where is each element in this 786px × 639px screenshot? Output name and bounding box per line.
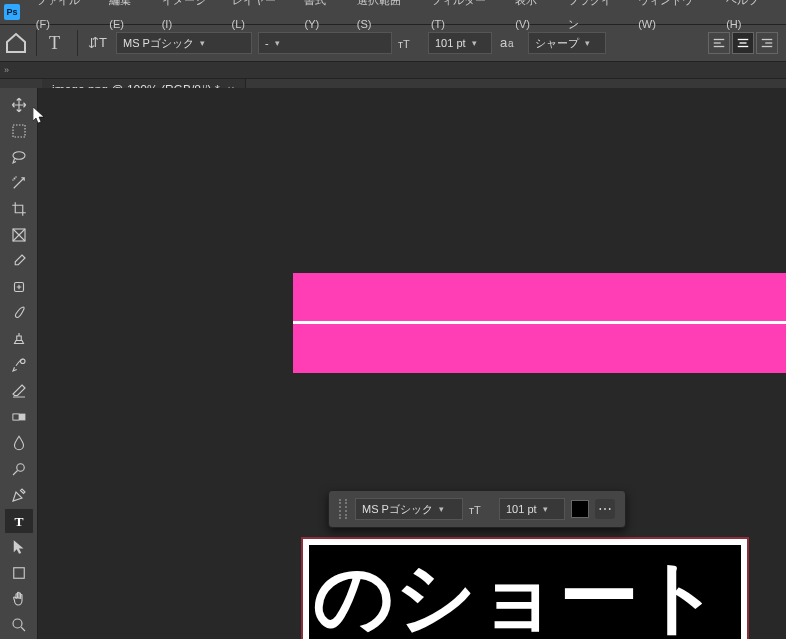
- svg-text:⇵T: ⇵T: [88, 35, 107, 50]
- pink-header-shape: [293, 273, 786, 373]
- svg-text:тT: тT: [469, 504, 481, 516]
- chevron-down-icon: ▾: [275, 38, 280, 48]
- svg-text:a: a: [500, 35, 508, 50]
- drag-handle-icon[interactable]: [339, 499, 347, 519]
- antialias-dropdown[interactable]: シャープ ▾: [528, 32, 606, 54]
- chevron-down-icon: ▾: [543, 504, 548, 514]
- magic-wand-tool[interactable]: [4, 170, 34, 196]
- panel-expand-handle[interactable]: »: [0, 62, 786, 79]
- path-selection-tool[interactable]: [4, 534, 34, 560]
- canvas-area[interactable]: のショート: [38, 88, 786, 639]
- lasso-tool[interactable]: [4, 144, 34, 170]
- marquee-tool[interactable]: [4, 118, 34, 144]
- svg-rect-20: [13, 414, 19, 420]
- shape-tool[interactable]: [4, 560, 34, 586]
- menu-window[interactable]: ウィンドウ(W): [630, 0, 718, 36]
- history-brush-tool[interactable]: [4, 352, 34, 378]
- align-left-button[interactable]: [708, 32, 730, 54]
- eraser-tool[interactable]: [4, 378, 34, 404]
- svg-point-24: [13, 619, 22, 628]
- healing-brush-tool[interactable]: [4, 274, 34, 300]
- menu-layer[interactable]: レイヤー(L): [224, 0, 297, 36]
- menu-help[interactable]: ヘルプ(H): [718, 0, 782, 36]
- zoom-tool[interactable]: [4, 612, 34, 638]
- font-size-value: 101 pt: [435, 37, 466, 49]
- text-align-group: [708, 32, 778, 54]
- font-size-dropdown[interactable]: 101 pt ▾: [428, 32, 492, 54]
- more-options-icon[interactable]: ⋯: [595, 499, 615, 519]
- menubar: Ps ファイル(F) 編集(E) イメージ(I) レイヤー(L) 書式(Y) 選…: [0, 0, 786, 24]
- text-orientation-icon[interactable]: ⇵T: [86, 31, 110, 55]
- svg-text:T: T: [49, 33, 60, 53]
- font-family-value: MS Pゴシック: [123, 36, 194, 51]
- text-color-swatch[interactable]: [571, 500, 589, 518]
- eyedropper-tool[interactable]: [4, 248, 34, 274]
- gradient-tool[interactable]: [4, 404, 34, 430]
- frame-tool[interactable]: [4, 222, 34, 248]
- text-selection-box[interactable]: のショート: [301, 537, 749, 639]
- float-font-family-value: MS Pゴシック: [362, 502, 433, 517]
- white-line: [293, 321, 786, 324]
- svg-text:тT: тT: [398, 38, 410, 50]
- svg-text:a: a: [508, 38, 514, 49]
- float-font-size-dropdown[interactable]: 101 pt ▾: [499, 498, 565, 520]
- menu-filter[interactable]: フィルター(T): [423, 0, 507, 36]
- float-font-family-dropdown[interactable]: MS Pゴシック ▾: [355, 498, 463, 520]
- move-tool[interactable]: [4, 92, 34, 118]
- app-icon[interactable]: Ps: [4, 4, 20, 20]
- text-tool-icon[interactable]: T: [45, 31, 69, 55]
- svg-text:T: T: [14, 514, 23, 529]
- toolbox: T: [0, 88, 38, 639]
- chevron-down-icon: ▾: [439, 504, 444, 514]
- pen-tool[interactable]: [4, 482, 34, 508]
- blur-tool[interactable]: [4, 430, 34, 456]
- document-canvas[interactable]: のショート: [293, 273, 786, 373]
- type-tool[interactable]: T: [4, 508, 34, 534]
- svg-rect-23: [13, 568, 24, 579]
- menu-plugins[interactable]: プラグイン: [560, 0, 630, 36]
- divider: [77, 30, 78, 56]
- antialias-icon: aa: [498, 31, 522, 55]
- antialias-value: シャープ: [535, 36, 579, 51]
- float-font-size-icon: тT: [469, 497, 493, 521]
- clone-stamp-tool[interactable]: [4, 326, 34, 352]
- hand-tool[interactable]: [4, 586, 34, 612]
- divider: [36, 30, 37, 56]
- align-right-button[interactable]: [756, 32, 778, 54]
- font-style-value: -: [265, 37, 269, 49]
- float-font-size-value: 101 pt: [506, 503, 537, 515]
- home-icon[interactable]: [4, 31, 28, 55]
- svg-point-21: [16, 464, 24, 472]
- chevron-down-icon: ▾: [585, 38, 590, 48]
- floating-text-options[interactable]: MS Pゴシック ▾ тT 101 pt ▾ ⋯: [328, 490, 626, 528]
- align-center-button[interactable]: [732, 32, 754, 54]
- crop-tool[interactable]: [4, 196, 34, 222]
- selected-text[interactable]: のショート: [309, 545, 741, 639]
- brush-tool[interactable]: [4, 300, 34, 326]
- menu-image[interactable]: イメージ(I): [154, 0, 224, 36]
- menu-type[interactable]: 書式(Y): [296, 0, 348, 36]
- svg-rect-14: [13, 125, 25, 137]
- font-style-dropdown[interactable]: - ▾: [258, 32, 392, 54]
- chevron-down-icon: ▾: [200, 38, 205, 48]
- svg-point-15: [13, 152, 25, 160]
- chevron-down-icon: ▾: [472, 38, 477, 48]
- font-family-dropdown[interactable]: MS Pゴシック ▾: [116, 32, 252, 54]
- font-size-icon: тT: [398, 31, 422, 55]
- dodge-tool[interactable]: [4, 456, 34, 482]
